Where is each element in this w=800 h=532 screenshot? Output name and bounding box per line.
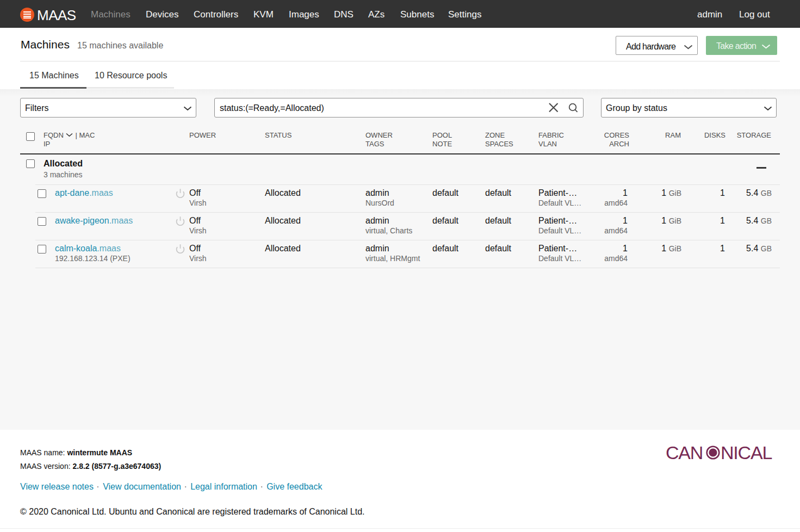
svg-text:NICAL: NICAL bbox=[721, 444, 772, 462]
svg-text:CAN: CAN bbox=[666, 444, 703, 462]
